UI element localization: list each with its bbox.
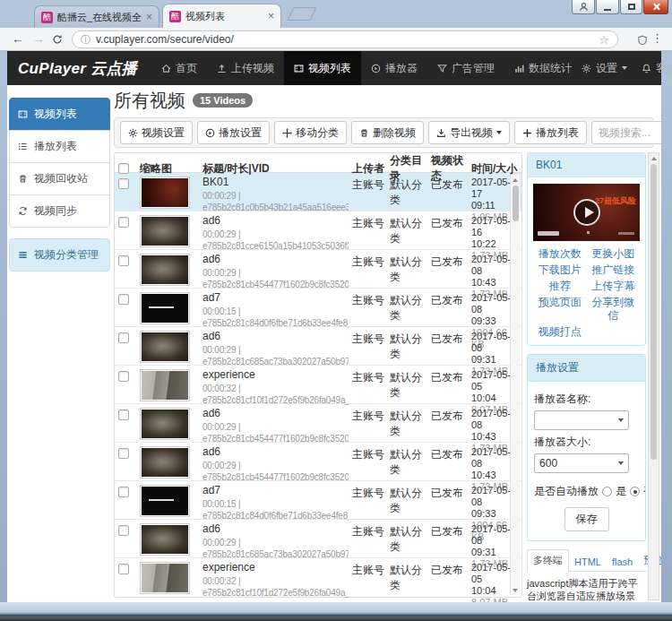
video-action-link[interactable]: 更换小图 (587, 247, 641, 261)
video-title[interactable]: ad6 (202, 446, 349, 458)
play-button-icon[interactable] (573, 199, 600, 226)
tab-multi-terminal[interactable]: 多终端 (527, 549, 569, 572)
search-input[interactable] (591, 121, 661, 144)
video-title[interactable]: BK01 (202, 177, 349, 188)
video-thumbnail[interactable] (140, 446, 190, 479)
sidebar-item-category-manage[interactable]: 视频分类管理 (9, 238, 110, 272)
export-video-button[interactable]: 导出视频 (428, 121, 510, 144)
tab-html[interactable]: HTML (569, 553, 607, 571)
video-action-link[interactable]: 播放次数 (533, 247, 587, 261)
browser-tab-2-active[interactable]: 酷 视频列表 × (162, 4, 281, 28)
video-preview[interactable]: 27超低风险 (533, 184, 640, 241)
video-thumbnail[interactable] (140, 485, 190, 517)
settings-menu[interactable]: 设置 (582, 61, 627, 76)
row-checkbox[interactable] (118, 525, 129, 536)
sidebar-item-playlist[interactable]: 播放列表 (9, 130, 110, 163)
save-button[interactable]: 保存 (564, 507, 609, 531)
video-thumbnail[interactable] (140, 292, 190, 324)
back-button[interactable]: ← (12, 31, 24, 47)
row-checkbox[interactable] (118, 178, 129, 189)
video-thumbnail[interactable] (140, 523, 190, 556)
video-action-link[interactable]: 推广链接 (587, 263, 641, 277)
video-action-link[interactable]: 推荐 (533, 280, 587, 293)
row-checkbox[interactable] (118, 448, 129, 459)
page-info-icon[interactable]: ⓘ (81, 33, 90, 47)
browser-tab-1[interactable]: 酷 酷播云_在线视频全终端… × (34, 5, 159, 28)
autoplay-yes-radio[interactable] (602, 487, 612, 496)
row-checkbox[interactable] (118, 371, 129, 382)
delete-video-button[interactable]: 删除视频 (351, 121, 424, 144)
tab-close-icon[interactable]: × (268, 10, 274, 22)
video-title[interactable]: ad6 (202, 331, 349, 342)
nav-statistics[interactable]: 数据统计 (504, 51, 582, 85)
sidebar-item-recycle-bin[interactable]: 视频回收站 (9, 162, 110, 195)
table-row[interactable]: ad6 00:00:29 | e785b2c81c685ac73ba302027… (115, 520, 521, 558)
table-row[interactable]: experience 00:00:32 | e785b2c81cf10f1d27… (115, 366, 521, 404)
video-action-link[interactable]: 预览页面 (533, 296, 587, 323)
move-category-button[interactable]: 移动分类 (274, 121, 347, 144)
video-action-link[interactable]: 分享到微信 (587, 296, 641, 323)
row-checkbox[interactable] (118, 294, 129, 305)
shield-icon[interactable] (637, 33, 648, 49)
video-thumbnail[interactable] (140, 369, 190, 401)
video-thumbnail[interactable] (140, 408, 190, 440)
video-title[interactable]: ad7 (202, 485, 349, 496)
browser-menu-icon[interactable]: ⋮ (651, 31, 663, 45)
video-title[interactable]: ad6 (202, 523, 349, 535)
row-checkbox[interactable] (118, 410, 129, 420)
address-bar[interactable]: ⓘ v.cuplayer.com/secure/video/ ☆ (72, 30, 618, 48)
row-checkbox[interactable] (118, 487, 129, 497)
player-name-select[interactable] (534, 410, 629, 430)
page-scrollbar[interactable] (648, 152, 659, 600)
play-settings-button[interactable]: 播放设置 (197, 121, 270, 144)
video-action-link[interactable]: 下载图片 (533, 263, 587, 277)
row-checkbox[interactable] (118, 564, 129, 574)
reload-button[interactable] (52, 33, 63, 48)
video-title[interactable]: ad6 (202, 254, 349, 265)
sidebar-item-video-sync[interactable]: 视频同步 (9, 194, 110, 228)
video-title[interactable]: ad6 (202, 215, 349, 227)
sidebar-item-video-list[interactable]: 视频列表 (9, 98, 110, 131)
table-row[interactable]: ad7 00:00:15 | e785b2c81c84d0f6fbe71d6b3… (115, 289, 521, 327)
app-logo[interactable]: CuPlayer 云点播 (18, 58, 137, 79)
video-action-link[interactable]: 上传字幕 (587, 280, 641, 293)
video-title[interactable]: experience (202, 562, 349, 574)
video-thumbnail[interactable] (140, 331, 190, 363)
table-row[interactable]: ad6 00:00:29 | e785b2c81c685ac73ba302027… (115, 327, 521, 366)
video-settings-button[interactable]: 视频设置 (120, 121, 193, 144)
row-checkbox[interactable] (118, 217, 129, 228)
table-row[interactable]: ad6 00:00:29 | e785b2c81cb454477f1602b9c… (115, 443, 521, 481)
scroll-up-arrow[interactable] (511, 176, 520, 184)
add-playlist-button[interactable]: 播放列表 (514, 121, 587, 144)
table-scrollbar[interactable] (510, 175, 520, 595)
maximize-button[interactable] (620, 0, 642, 14)
nav-player[interactable]: 播放器 (361, 51, 427, 85)
video-action-link[interactable]: 视频打点 (533, 325, 587, 339)
table-row[interactable]: ad7 00:00:15 | e785b2c81c84d0f6fbe71d6b3… (115, 481, 521, 520)
nav-upload-video[interactable]: 上传视频 (207, 51, 284, 85)
row-checkbox[interactable] (118, 332, 129, 343)
nav-home[interactable]: 首页 (151, 51, 207, 85)
select-all-checkbox[interactable] (118, 163, 129, 174)
player-size-select[interactable]: 600 (534, 453, 629, 473)
table-row[interactable]: experience 00:00:32 | e785b2c81cf10f1d27… (115, 558, 521, 597)
forward-button[interactable]: → (32, 31, 45, 47)
nav-ad-manage[interactable]: 广告管理 (427, 51, 504, 85)
video-title[interactable]: experience (202, 369, 349, 381)
table-row[interactable]: BK01 00:00:29 | e785b2c81c0b5b43b21a45aa… (115, 173, 521, 211)
video-thumbnail[interactable] (140, 215, 190, 247)
scroll-down-arrow[interactable] (511, 586, 520, 594)
nav-video-list[interactable]: 视频列表 (284, 51, 361, 85)
table-row[interactable]: ad6 00:00:29 | e785b2c81cce6150a15b41053… (115, 211, 521, 250)
autoplay-no-radio[interactable] (630, 487, 640, 496)
minimize-button[interactable] (596, 0, 619, 14)
table-row[interactable]: ad6 00:00:29 | e785b2c81cb454477f1602b9c… (115, 250, 521, 289)
profile-button[interactable] (572, 0, 595, 14)
support-menu[interactable]: 客服支持 (642, 61, 672, 76)
scroll-up-arrow[interactable] (649, 154, 659, 162)
bookmark-star-icon[interactable]: ☆ (599, 33, 609, 47)
video-title[interactable]: ad7 (202, 292, 349, 304)
row-checkbox[interactable] (118, 255, 129, 266)
video-title[interactable]: ad6 (202, 408, 349, 419)
new-tab-button[interactable] (288, 7, 317, 21)
